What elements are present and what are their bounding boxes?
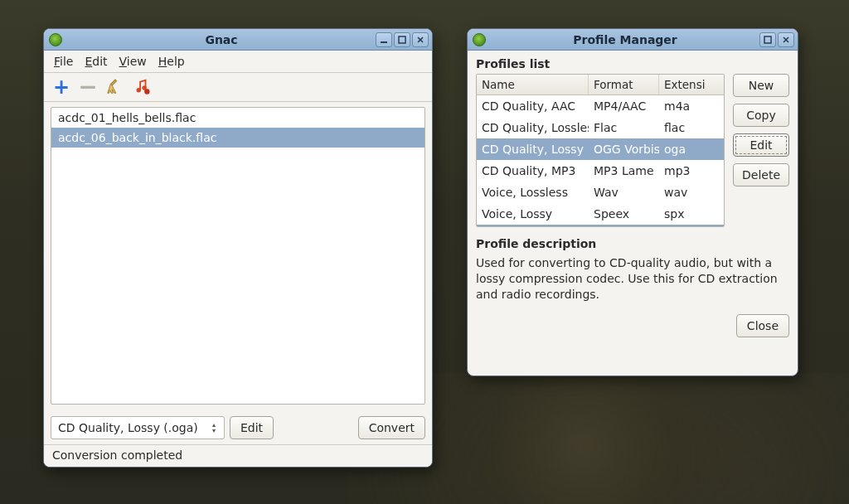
- cell-name: CD Quality, Lossless: [477, 117, 589, 138]
- cell-ext: wav: [659, 182, 705, 203]
- svg-rect-0: [381, 41, 387, 43]
- pm-titlebar[interactable]: Profile Manager: [468, 29, 798, 51]
- cell-ext: flac: [659, 117, 705, 138]
- close-button[interactable]: [778, 32, 794, 47]
- cell-ext: oga: [659, 138, 705, 160]
- profile-description-label: Profile description: [476, 235, 789, 254]
- menu-help[interactable]: Help: [153, 53, 190, 70]
- close-button[interactable]: [412, 32, 429, 47]
- remove-icon[interactable]: −: [79, 78, 97, 96]
- cell-ext: mp3: [659, 160, 705, 182]
- table-row[interactable]: CD Quality, MP3MP3 Lamemp3: [477, 160, 724, 182]
- profile-description-text: Used for converting to CD-quality audio,…: [476, 254, 789, 303]
- gnac-menubar: File Edit View Help: [44, 51, 432, 73]
- cell-name: CD Quality, AAC: [477, 95, 589, 117]
- combo-spinner-icon: ▴▾: [207, 422, 221, 434]
- cell-format: Wav: [589, 182, 659, 203]
- svg-point-6: [144, 89, 149, 94]
- svg-rect-7: [764, 36, 771, 43]
- gnac-window: Gnac File Edit View Help + − acdc_01_hel…: [43, 28, 433, 468]
- file-row[interactable]: acdc_06_back_in_black.flac: [51, 128, 424, 148]
- minimize-button[interactable]: [376, 32, 392, 47]
- maximize-button[interactable]: [759, 32, 776, 47]
- cell-format: OGG Vorbis: [589, 138, 659, 160]
- table-row[interactable]: CD Quality, AACMP4/AACm4a: [477, 95, 724, 117]
- menu-edit[interactable]: Edit: [80, 53, 112, 70]
- new-button[interactable]: New: [733, 74, 789, 97]
- cell-name: CD Quality, MP3: [477, 160, 589, 182]
- delete-button[interactable]: Delete: [733, 163, 789, 187]
- cell-format: MP4/AAC: [589, 95, 659, 117]
- cell-name: CD Quality, Lossy: [477, 138, 589, 160]
- menu-view[interactable]: View: [114, 53, 152, 70]
- clear-icon[interactable]: [105, 78, 124, 96]
- table-header: Name Format Extensi: [477, 75, 724, 95]
- gnac-title: Gnac: [67, 33, 376, 46]
- col-format[interactable]: Format: [589, 75, 659, 94]
- gnac-toolbar: + −: [44, 73, 432, 102]
- add-icon[interactable]: +: [52, 78, 70, 96]
- table-row[interactable]: CD Quality, LossyOGG Vorbisoga: [477, 138, 724, 160]
- gnac-app-icon: [49, 33, 62, 46]
- status-text: Conversion completed: [44, 444, 432, 467]
- pm-app-icon: [473, 33, 486, 46]
- maximize-button[interactable]: [394, 32, 410, 47]
- table-row[interactable]: Voice, LosslessWavwav: [477, 182, 724, 203]
- convert-button[interactable]: Convert: [358, 416, 425, 439]
- profiles-list-label: Profiles list: [476, 56, 725, 74]
- svg-rect-1: [399, 36, 405, 43]
- col-name[interactable]: Name: [477, 75, 589, 94]
- profile-combo[interactable]: CD Quality, Lossy (.oga) ▴▾: [51, 416, 225, 439]
- table-row[interactable]: CD Quality, LosslessFlacflac: [477, 117, 724, 138]
- cell-format: Speex: [589, 203, 659, 225]
- gnac-bottombar: CD Quality, Lossy (.oga) ▴▾ Edit Convert: [44, 411, 432, 444]
- cell-format: MP3 Lame: [589, 160, 659, 182]
- profiles-table[interactable]: Name Format Extensi CD Quality, AACMP4/A…: [476, 74, 725, 227]
- copy-button[interactable]: Copy: [733, 104, 789, 127]
- pm-title: Profile Manager: [491, 33, 759, 46]
- close-button-dialog[interactable]: Close: [736, 314, 789, 337]
- cell-format: Flac: [589, 117, 659, 138]
- cell-ext: m4a: [659, 95, 705, 117]
- table-row[interactable]: Voice, LossySpeexspx: [477, 203, 724, 225]
- cell-name: Voice, Lossy: [477, 203, 589, 225]
- cell-name: Voice, Lossless: [477, 182, 589, 203]
- edit-button[interactable]: Edit: [733, 133, 789, 157]
- menu-file[interactable]: File: [49, 53, 78, 70]
- edit-profile-button[interactable]: Edit: [230, 416, 274, 439]
- file-list[interactable]: acdc_01_hells_bells.flacacdc_06_back_in_…: [51, 107, 425, 405]
- file-row[interactable]: acdc_01_hells_bells.flac: [51, 108, 424, 128]
- col-ext[interactable]: Extensi: [659, 75, 705, 94]
- profile-manager-window: Profile Manager Profiles list Name Forma…: [467, 28, 798, 376]
- convert-icon[interactable]: [132, 78, 150, 96]
- profile-combo-value: CD Quality, Lossy (.oga): [58, 421, 198, 434]
- cell-ext: spx: [659, 203, 705, 225]
- gnac-titlebar[interactable]: Gnac: [44, 29, 432, 51]
